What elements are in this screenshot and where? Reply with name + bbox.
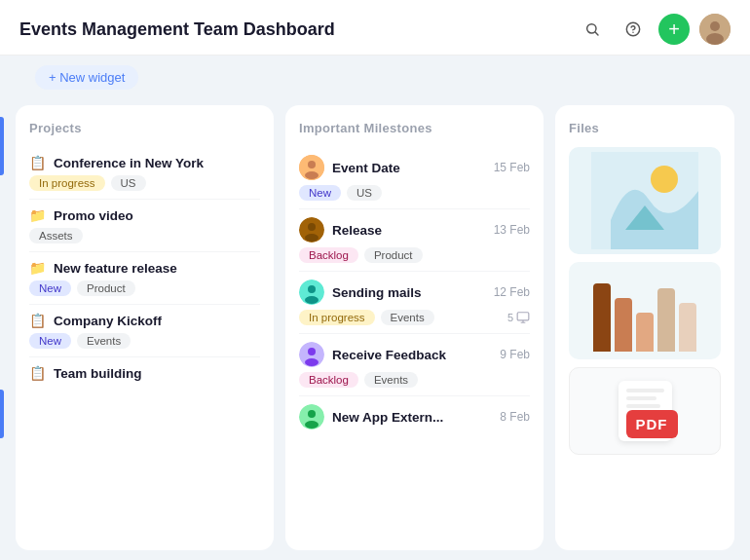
add-button[interactable]: +: [658, 14, 690, 45]
svg-point-12: [305, 234, 319, 242]
milestone-avatar: [299, 280, 324, 305]
tag: Product: [77, 280, 135, 296]
milestone-avatar: [299, 155, 324, 180]
file-thumbnail-pdf[interactable]: PDF: [569, 367, 721, 455]
project-item: 📋 Company Kickoff New Events: [29, 305, 260, 357]
milestone-avatar: [299, 217, 324, 243]
svg-point-18: [308, 348, 316, 355]
new-widget-area: + New widget: [0, 56, 750, 95]
file-thumbnail-chart[interactable]: [569, 262, 721, 359]
svg-point-8: [308, 161, 316, 168]
milestone-item: New App Extern... 8 Feb: [299, 396, 530, 442]
tag: New: [29, 333, 71, 349]
svg-point-15: [305, 296, 319, 304]
milestone-avatar: [299, 342, 324, 367]
svg-line-1: [595, 32, 598, 35]
svg-point-22: [305, 421, 319, 429]
svg-point-19: [305, 358, 319, 366]
files-title: Files: [569, 121, 721, 135]
left-accent-bottom: [0, 390, 4, 438]
milestone-item: Sending mails 12 Feb In progress Events …: [299, 272, 530, 334]
svg-point-5: [710, 21, 720, 31]
chart-bar: [657, 288, 675, 352]
tag: Assets: [29, 228, 83, 243]
svg-point-6: [706, 33, 724, 45]
project-item: 📁 New feature release New Product: [29, 252, 260, 305]
chart-bar: [679, 303, 696, 352]
milestone-name: New App Extern...: [332, 410, 443, 425]
project-name: Team building: [54, 366, 142, 381]
tag: Events: [364, 372, 418, 388]
project-item: 📋 Team building: [29, 357, 260, 393]
doc-icon: 📋: [29, 155, 46, 170]
folder-icon: 📁: [29, 207, 46, 223]
projects-title: Projects: [29, 121, 260, 135]
milestone-name: Sending mails: [332, 285, 422, 300]
tag: New: [299, 185, 341, 201]
chart-bar: [593, 283, 611, 352]
tag: In progress: [29, 175, 105, 191]
tag: Backlog: [299, 247, 358, 263]
milestone-date: 12 Feb: [494, 285, 530, 299]
chart-bar: [615, 298, 632, 352]
count-badge: 5: [507, 311, 530, 324]
project-name: Conference in New York: [54, 156, 204, 170]
folder-icon: 📁: [29, 260, 46, 276]
page-title: Events Management Team Dashboard: [19, 19, 335, 40]
milestone-name: Release: [332, 223, 382, 238]
milestone-date: 9 Feb: [500, 348, 530, 361]
avatar[interactable]: [699, 14, 731, 45]
project-name: Company Kickoff: [54, 314, 162, 328]
milestone-date: 8 Feb: [500, 410, 530, 424]
milestone-date: 13 Feb: [494, 223, 530, 237]
svg-point-24: [651, 166, 678, 193]
svg-point-9: [305, 171, 319, 179]
doc-icon: 📋: [29, 313, 46, 328]
doc-icon: 📋: [29, 365, 46, 381]
file-thumbnail-1[interactable]: [569, 147, 721, 254]
tag: In progress: [299, 310, 375, 325]
milestone-avatar: [299, 404, 324, 429]
search-button[interactable]: [577, 14, 608, 45]
milestone-name: Receive Feedback: [332, 348, 446, 362]
svg-point-11: [308, 223, 316, 231]
project-name: New feature release: [54, 261, 177, 276]
tag: US: [347, 185, 382, 201]
milestone-item: Release 13 Feb Backlog Product: [299, 209, 530, 272]
tag: Product: [364, 247, 423, 263]
tag: Backlog: [299, 372, 358, 388]
tag: New: [29, 280, 71, 296]
milestone-name: Event Date: [332, 161, 400, 175]
project-item: 📋 Conference in New York In progress US: [29, 147, 260, 200]
milestone-item: Receive Feedback 9 Feb Backlog Events: [299, 334, 530, 396]
main-content: Projects 📋 Conference in New York In pro…: [0, 95, 750, 560]
pdf-icon: PDF: [626, 410, 678, 438]
tag: Events: [77, 333, 131, 349]
milestones-panel: Important Milestones Event Date 15 Feb N…: [285, 105, 544, 550]
tag: Events: [381, 310, 434, 325]
files-panel: Files PDF: [555, 105, 734, 550]
tag: US: [111, 175, 146, 191]
milestones-title: Important Milestones: [299, 121, 530, 135]
header-actions: +: [577, 14, 731, 45]
projects-panel: Projects 📋 Conference in New York In pro…: [16, 105, 274, 550]
svg-point-21: [308, 410, 316, 418]
left-accent-top: [0, 117, 4, 175]
svg-rect-16: [517, 313, 529, 320]
chart-bar: [636, 313, 654, 352]
project-item: 📁 Promo video Assets: [29, 200, 260, 252]
milestone-date: 15 Feb: [494, 161, 530, 174]
milestone-item: Event Date 15 Feb New US: [299, 147, 530, 209]
project-name: Promo video: [54, 208, 133, 223]
help-button[interactable]: [618, 14, 649, 45]
header: Events Management Team Dashboard +: [0, 0, 750, 56]
new-widget-button[interactable]: + New widget: [35, 65, 138, 90]
svg-point-14: [308, 285, 316, 293]
